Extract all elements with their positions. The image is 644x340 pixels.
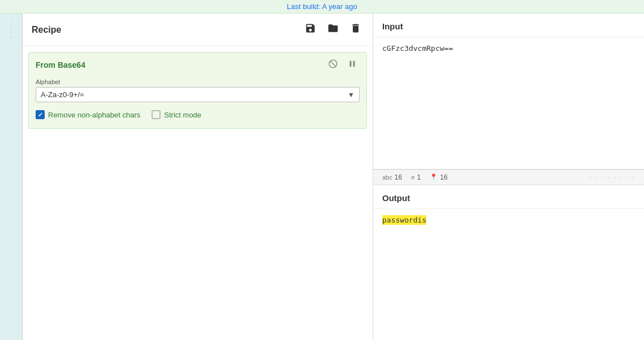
chevron-down-icon: ▼ [348, 91, 355, 99]
folder-icon [327, 23, 339, 34]
input-value: cGFzc3dvcmRpcw== [382, 44, 453, 53]
remove-nonalpha-checkbox[interactable] [36, 110, 45, 119]
strict-mode-checkbox-item[interactable]: Strict mode [152, 110, 201, 119]
input-header: Input [373, 14, 644, 37]
open-folder-button[interactable] [325, 21, 341, 38]
right-panel: Input cGFzc3dvcmRpcw== abc 16 ≡ 1 📍 16 ·… [373, 14, 644, 340]
sidebar-dots: · · · · · [8, 19, 14, 38]
alphabet-label: Alphabet [36, 79, 360, 85]
save-button[interactable] [302, 21, 318, 38]
output-header: Output [373, 185, 644, 209]
char-count-value: 16 [395, 173, 402, 181]
operation-header: From Base64 [36, 58, 360, 72]
stats-dots: · · · · · · · · [590, 173, 635, 181]
input-content[interactable]: cGFzc3dvcmRpcw== [373, 37, 644, 169]
alphabet-field-group: Alphabet A-Za-z0-9+/= ▼ [36, 79, 360, 102]
output-value: passwordis [382, 215, 426, 225]
recipe-header: Recipe [23, 14, 373, 46]
alphabet-select[interactable]: A-Za-z0-9+/= ▼ [36, 87, 360, 102]
input-section: Input cGFzc3dvcmRpcw== [373, 14, 644, 169]
char-count-stat: abc 16 [382, 173, 402, 181]
strict-mode-label: Strict mode [164, 111, 201, 119]
left-sidebar: · · · · · [0, 14, 23, 340]
recipe-title: Recipe [32, 25, 61, 35]
trash-icon [350, 23, 361, 34]
output-section: Output passwordis [373, 185, 644, 341]
recipe-panel: Recipe [23, 14, 373, 340]
byte-icon: 📍 [430, 173, 438, 181]
char-icon: abc [382, 174, 392, 181]
line-count-stat: ≡ 1 [411, 173, 421, 181]
operation-title: From Base64 [36, 60, 85, 69]
strict-mode-checkbox[interactable] [152, 110, 161, 119]
operation-controls [326, 58, 360, 72]
top-banner: Last build: A year ago [0, 0, 644, 14]
output-content: passwordis [373, 209, 644, 341]
disable-operation-button[interactable] [326, 58, 340, 72]
delete-button[interactable] [348, 21, 364, 38]
save-icon [305, 23, 316, 34]
remove-nonalpha-checkbox-item[interactable]: Remove non-alphabet chars [36, 110, 140, 119]
line-icon: ≡ [411, 174, 414, 181]
line-count-value: 1 [417, 173, 421, 181]
stats-bar: abc 16 ≡ 1 📍 16 · · · · · · · · [373, 169, 644, 185]
pause-icon [347, 59, 357, 69]
recipe-actions [302, 21, 364, 38]
disable-icon [328, 59, 338, 69]
checkbox-row: Remove non-alphabet chars Strict mode [36, 110, 360, 119]
byte-count-stat: 📍 16 [430, 173, 447, 181]
byte-count-value: 16 [440, 173, 447, 181]
operation-card: From Base64 [28, 52, 367, 129]
pause-operation-button[interactable] [345, 58, 360, 72]
main-container: · · · · · Recipe [0, 14, 644, 340]
build-link[interactable]: Last build: A year ago [287, 2, 357, 11]
remove-nonalpha-label: Remove non-alphabet chars [48, 111, 140, 119]
alphabet-value: A-Za-z0-9+/= [41, 90, 348, 99]
